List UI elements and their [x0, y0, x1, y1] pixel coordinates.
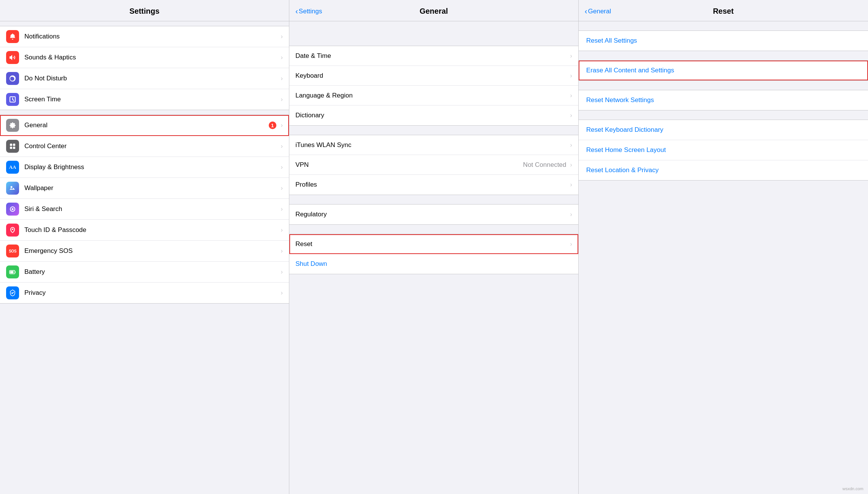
svg-rect-3	[13, 144, 15, 146]
reset-back-label: General	[588, 8, 611, 15]
reset-spacer-2	[579, 81, 868, 85]
general-header: ‹ Settings General	[289, 0, 578, 21]
general-top-spacer	[289, 21, 578, 26]
battery-label: Battery	[24, 268, 279, 276]
svg-rect-2	[10, 144, 12, 146]
datetime-chevron: ›	[570, 53, 572, 59]
notifications-label: Notifications	[24, 33, 279, 40]
donotdisturb-label: Do Not Disturb	[24, 75, 279, 82]
settings-item-displaybrightness[interactable]: AA Display & Brightness ›	[0, 157, 289, 178]
general-back-button[interactable]: ‹ Settings	[295, 7, 322, 16]
settings-item-sirisearch[interactable]: Siri & Search ›	[0, 199, 289, 220]
screentime-label: Screen Time	[24, 96, 279, 103]
general-item-regulatory[interactable]: Regulatory ›	[289, 205, 578, 224]
resethomescreen-label: Reset Home Screen Layout	[586, 146, 666, 154]
svg-rect-10	[10, 271, 14, 273]
general-label: General	[24, 122, 269, 129]
settings-item-controlcenter[interactable]: Control Center ›	[0, 136, 289, 157]
general-item-keyboard[interactable]: Keyboard ›	[289, 66, 578, 86]
settings-group-2: General 1 › Control Center › AA Display …	[0, 115, 289, 304]
settings-group-1: Notifications › Sounds & Haptics › Do No…	[0, 26, 289, 110]
sirisearch-chevron: ›	[281, 206, 283, 213]
svg-rect-5	[13, 147, 15, 149]
dictionary-chevron: ›	[570, 112, 572, 119]
reset-item-eraseall[interactable]: Erase All Content and Settings	[579, 61, 868, 80]
settings-item-general[interactable]: General 1 ›	[0, 115, 289, 136]
displaybrightness-chevron: ›	[281, 164, 283, 171]
reset-item-homescreen[interactable]: Reset Home Screen Layout	[579, 140, 868, 160]
keyboard-label: Keyboard	[295, 72, 569, 80]
wallpaper-chevron: ›	[281, 185, 283, 192]
donotdisturb-chevron: ›	[281, 75, 283, 82]
general-item-datetime[interactable]: Date & Time ›	[289, 46, 578, 66]
general-item-ituneswlan[interactable]: iTunes WLAN Sync ›	[289, 135, 578, 155]
reset-group-1: Reset All Settings	[579, 30, 868, 51]
general-item-reset[interactable]: Reset ›	[289, 234, 578, 254]
resetlocation-label: Reset Location & Privacy	[586, 166, 659, 174]
privacy-label: Privacy	[24, 289, 279, 297]
notifications-chevron: ›	[281, 33, 283, 40]
general-item-vpn[interactable]: VPN Not Connected ›	[289, 155, 578, 175]
reset-item-allsettings[interactable]: Reset All Settings	[579, 31, 868, 51]
general-spacer-3	[289, 225, 578, 229]
reset-group-3: Reset Network Settings	[579, 90, 868, 110]
vpn-label: VPN	[295, 161, 523, 169]
svg-point-6	[11, 186, 13, 188]
resetallsettings-label: Reset All Settings	[586, 37, 637, 45]
settings-item-screentime[interactable]: Screen Time ›	[0, 89, 289, 110]
vpn-value: Not Connected	[523, 161, 566, 169]
controlcenter-icon	[6, 140, 19, 153]
reset-title: Reset	[713, 7, 733, 16]
settings-item-donotdisturb[interactable]: Do Not Disturb ›	[0, 68, 289, 89]
ituneswlan-chevron: ›	[570, 142, 572, 149]
reset-item-location[interactable]: Reset Location & Privacy	[579, 160, 868, 180]
general-icon	[6, 119, 19, 132]
general-group-1: Date & Time › Keyboard › Language & Regi…	[289, 46, 578, 126]
battery-chevron: ›	[281, 269, 283, 275]
sounds-label: Sounds & Haptics	[24, 54, 279, 61]
general-item-shutdown[interactable]: Shut Down	[289, 254, 578, 274]
regulatory-chevron: ›	[570, 211, 572, 218]
general-scroll-indicator	[289, 26, 578, 41]
general-column: ‹ Settings General Date & Time › Keyboar…	[289, 0, 579, 494]
reset-group-2: Erase All Content and Settings	[579, 60, 868, 81]
sirisearch-icon	[6, 203, 19, 216]
settings-item-emergencysos[interactable]: SOS Emergency SOS ›	[0, 241, 289, 262]
settings-item-privacy[interactable]: Privacy ›	[0, 283, 289, 303]
general-title: General	[420, 7, 448, 16]
ituneswlan-label: iTunes WLAN Sync	[295, 141, 569, 149]
privacy-icon	[6, 286, 19, 299]
reset-label: Reset	[295, 240, 569, 248]
watermark: wsxdn.com	[842, 486, 863, 491]
displaybrightness-icon: AA	[6, 161, 19, 174]
sounds-chevron: ›	[281, 54, 283, 61]
eraseall-label: Erase All Content and Settings	[586, 67, 674, 74]
reset-back-button[interactable]: ‹ General	[585, 7, 611, 16]
general-item-language[interactable]: Language & Region ›	[289, 86, 578, 106]
general-item-profiles[interactable]: Profiles ›	[289, 175, 578, 195]
emergencysos-icon: SOS	[6, 245, 19, 257]
reset-item-keyboard[interactable]: Reset Keyboard Dictionary	[579, 120, 868, 140]
shutdown-label: Shut Down	[295, 260, 572, 268]
sirisearch-label: Siri & Search	[24, 205, 279, 213]
sounds-icon	[6, 51, 19, 64]
settings-item-battery[interactable]: Battery ›	[0, 262, 289, 283]
wallpaper-icon	[6, 182, 19, 195]
general-group-2: iTunes WLAN Sync › VPN Not Connected › P…	[289, 135, 578, 195]
privacy-chevron: ›	[281, 289, 283, 296]
general-back-label: Settings	[299, 8, 322, 15]
settings-item-wallpaper[interactable]: Wallpaper ›	[0, 178, 289, 199]
general-group-3: Regulatory ›	[289, 204, 578, 225]
general-spacer-1	[289, 126, 578, 130]
dictionary-label: Dictionary	[295, 112, 569, 119]
displaybrightness-label: Display & Brightness	[24, 163, 279, 171]
general-item-dictionary[interactable]: Dictionary ›	[289, 106, 578, 125]
reset-column: ‹ General Reset Reset All Settings Erase…	[579, 0, 868, 494]
reset-back-chevron: ‹	[585, 7, 587, 16]
settings-item-notifications[interactable]: Notifications ›	[0, 26, 289, 47]
resetkeyboard-label: Reset Keyboard Dictionary	[586, 126, 663, 134]
reset-item-network[interactable]: Reset Network Settings	[579, 90, 868, 110]
settings-item-sounds[interactable]: Sounds & Haptics ›	[0, 47, 289, 68]
settings-item-touchid[interactable]: Touch ID & Passcode ›	[0, 220, 289, 241]
reset-top-spacer	[579, 21, 868, 26]
